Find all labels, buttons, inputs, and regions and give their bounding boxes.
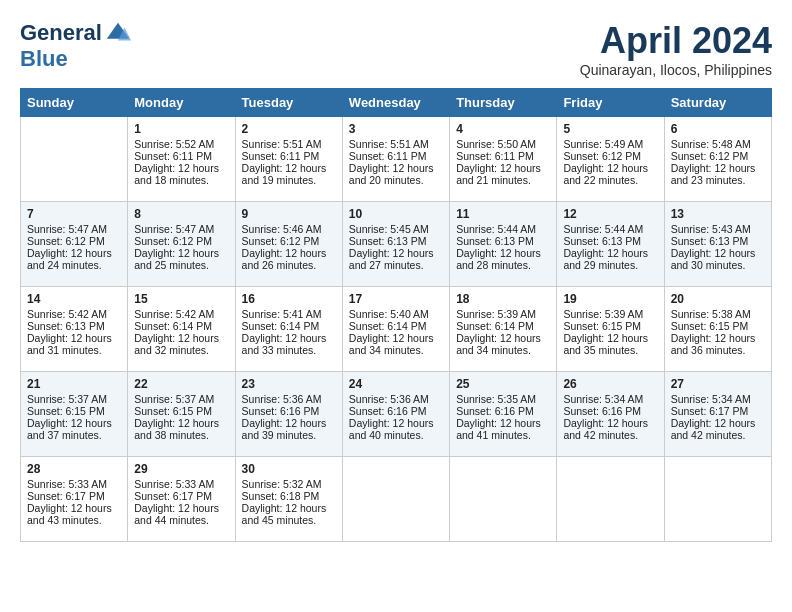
calendar-cell: 3Sunrise: 5:51 AMSunset: 6:11 PMDaylight… — [342, 117, 449, 202]
cell-info-line: and 36 minutes. — [671, 344, 765, 356]
day-number: 26 — [563, 377, 657, 391]
cell-info-line: Daylight: 12 hours — [242, 247, 336, 259]
calendar-cell — [21, 117, 128, 202]
cell-info-line: Sunset: 6:17 PM — [134, 490, 228, 502]
cell-info-line: and 28 minutes. — [456, 259, 550, 271]
cell-info-line: Sunrise: 5:49 AM — [563, 138, 657, 150]
cell-info-line: Sunset: 6:15 PM — [27, 405, 121, 417]
calendar-cell: 28Sunrise: 5:33 AMSunset: 6:17 PMDayligh… — [21, 457, 128, 542]
cell-info-line: Daylight: 12 hours — [134, 162, 228, 174]
weekday-header: Sunday — [21, 89, 128, 117]
cell-info-line: Daylight: 12 hours — [671, 332, 765, 344]
calendar-cell: 29Sunrise: 5:33 AMSunset: 6:17 PMDayligh… — [128, 457, 235, 542]
calendar-week-row: 7Sunrise: 5:47 AMSunset: 6:12 PMDaylight… — [21, 202, 772, 287]
day-number: 4 — [456, 122, 550, 136]
cell-info-line: Daylight: 12 hours — [134, 332, 228, 344]
cell-info-line: Daylight: 12 hours — [27, 247, 121, 259]
cell-info-line: Sunrise: 5:46 AM — [242, 223, 336, 235]
cell-info-line: Sunrise: 5:40 AM — [349, 308, 443, 320]
cell-info-line: Sunrise: 5:32 AM — [242, 478, 336, 490]
cell-info-line: Sunrise: 5:39 AM — [456, 308, 550, 320]
cell-info-line: and 41 minutes. — [456, 429, 550, 441]
cell-info-line: and 30 minutes. — [671, 259, 765, 271]
day-number: 1 — [134, 122, 228, 136]
cell-info-line: Sunrise: 5:35 AM — [456, 393, 550, 405]
weekday-header: Wednesday — [342, 89, 449, 117]
calendar-cell: 11Sunrise: 5:44 AMSunset: 6:13 PMDayligh… — [450, 202, 557, 287]
cell-info-line: Sunset: 6:14 PM — [349, 320, 443, 332]
day-number: 23 — [242, 377, 336, 391]
cell-info-line: and 27 minutes. — [349, 259, 443, 271]
cell-info-line: Sunrise: 5:39 AM — [563, 308, 657, 320]
cell-info-line: Sunrise: 5:34 AM — [671, 393, 765, 405]
cell-info-line: Sunrise: 5:42 AM — [134, 308, 228, 320]
cell-info-line: Sunrise: 5:44 AM — [456, 223, 550, 235]
cell-info-line: and 34 minutes. — [456, 344, 550, 356]
weekday-header: Friday — [557, 89, 664, 117]
cell-info-line: Sunset: 6:12 PM — [242, 235, 336, 247]
calendar-cell: 9Sunrise: 5:46 AMSunset: 6:12 PMDaylight… — [235, 202, 342, 287]
logo-line2: Blue — [20, 48, 132, 70]
logo: General Blue — [20, 20, 132, 70]
cell-info-line: Daylight: 12 hours — [349, 247, 443, 259]
cell-info-line: and 21 minutes. — [456, 174, 550, 186]
calendar-cell: 24Sunrise: 5:36 AMSunset: 6:16 PMDayligh… — [342, 372, 449, 457]
day-number: 14 — [27, 292, 121, 306]
day-number: 24 — [349, 377, 443, 391]
cell-info-line: Daylight: 12 hours — [563, 332, 657, 344]
day-number: 18 — [456, 292, 550, 306]
cell-info-line: and 40 minutes. — [349, 429, 443, 441]
cell-info-line: Sunrise: 5:45 AM — [349, 223, 443, 235]
calendar-week-row: 28Sunrise: 5:33 AMSunset: 6:17 PMDayligh… — [21, 457, 772, 542]
calendar-cell — [557, 457, 664, 542]
cell-info-line: and 42 minutes. — [671, 429, 765, 441]
cell-info-line: and 31 minutes. — [27, 344, 121, 356]
cell-info-line: and 38 minutes. — [134, 429, 228, 441]
calendar-cell: 10Sunrise: 5:45 AMSunset: 6:13 PMDayligh… — [342, 202, 449, 287]
calendar-week-row: 14Sunrise: 5:42 AMSunset: 6:13 PMDayligh… — [21, 287, 772, 372]
cell-info-line: Sunrise: 5:34 AM — [563, 393, 657, 405]
cell-info-line: Sunset: 6:12 PM — [671, 150, 765, 162]
cell-info-line: Daylight: 12 hours — [563, 162, 657, 174]
cell-info-line: Daylight: 12 hours — [134, 247, 228, 259]
cell-info-line: Sunset: 6:16 PM — [456, 405, 550, 417]
cell-info-line: Daylight: 12 hours — [27, 502, 121, 514]
logo-text: General — [20, 20, 132, 48]
cell-info-line: Daylight: 12 hours — [27, 332, 121, 344]
day-number: 13 — [671, 207, 765, 221]
cell-info-line: and 19 minutes. — [242, 174, 336, 186]
cell-info-line: and 33 minutes. — [242, 344, 336, 356]
calendar-cell — [342, 457, 449, 542]
day-number: 20 — [671, 292, 765, 306]
cell-info-line: Daylight: 12 hours — [563, 417, 657, 429]
cell-info-line: Sunset: 6:14 PM — [134, 320, 228, 332]
cell-info-line: Sunset: 6:16 PM — [242, 405, 336, 417]
cell-info-line: Sunset: 6:13 PM — [27, 320, 121, 332]
calendar-week-row: 1Sunrise: 5:52 AMSunset: 6:11 PMDaylight… — [21, 117, 772, 202]
cell-info-line: Sunrise: 5:51 AM — [349, 138, 443, 150]
weekday-header: Monday — [128, 89, 235, 117]
day-number: 19 — [563, 292, 657, 306]
cell-info-line: Sunrise: 5:38 AM — [671, 308, 765, 320]
calendar-cell — [450, 457, 557, 542]
cell-info-line: Sunrise: 5:37 AM — [27, 393, 121, 405]
cell-info-line: Sunset: 6:16 PM — [349, 405, 443, 417]
day-number: 6 — [671, 122, 765, 136]
calendar-cell — [664, 457, 771, 542]
cell-info-line: Sunset: 6:15 PM — [134, 405, 228, 417]
cell-info-line: Sunset: 6:12 PM — [134, 235, 228, 247]
cell-info-line: and 20 minutes. — [349, 174, 443, 186]
cell-info-line: and 35 minutes. — [563, 344, 657, 356]
day-number: 3 — [349, 122, 443, 136]
cell-info-line: Sunrise: 5:41 AM — [242, 308, 336, 320]
cell-info-line: Sunrise: 5:44 AM — [563, 223, 657, 235]
cell-info-line: Sunset: 6:15 PM — [671, 320, 765, 332]
weekday-header: Tuesday — [235, 89, 342, 117]
location: Quinarayan, Ilocos, Philippines — [580, 62, 772, 78]
cell-info-line: Sunrise: 5:47 AM — [27, 223, 121, 235]
cell-info-line: Sunrise: 5:42 AM — [27, 308, 121, 320]
cell-info-line: Sunset: 6:11 PM — [242, 150, 336, 162]
cell-info-line: Sunrise: 5:33 AM — [27, 478, 121, 490]
day-number: 2 — [242, 122, 336, 136]
calendar-cell: 22Sunrise: 5:37 AMSunset: 6:15 PMDayligh… — [128, 372, 235, 457]
